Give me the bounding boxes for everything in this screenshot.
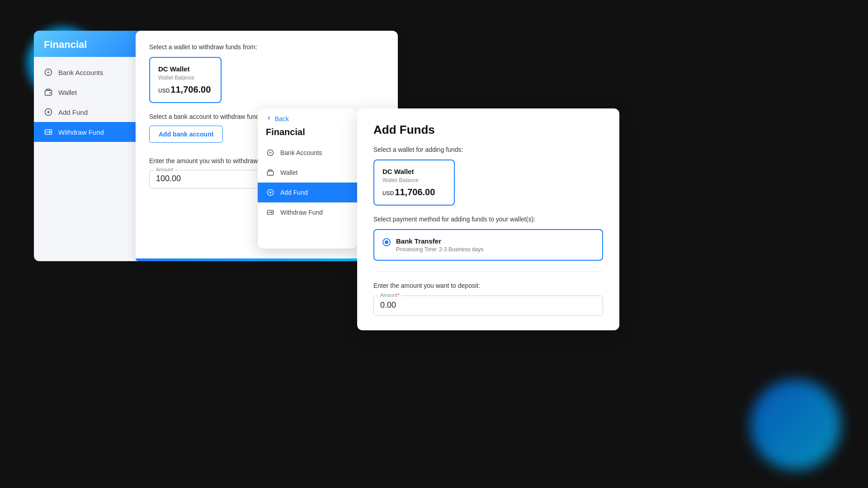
amount-field-label: Amount: [154, 167, 175, 172]
withdraw-wallet-balance: USD11,706.00: [158, 84, 212, 95]
payment-method-name: Bank Transfer: [396, 237, 483, 245]
add-bank-account-button[interactable]: Add bank account: [149, 126, 223, 143]
deposit-amount-label: Amount*: [378, 292, 401, 298]
overlay-nav-wallet-label: Wallet: [280, 169, 297, 176]
deposit-amount-field[interactable]: Amount* 0.00: [373, 296, 603, 316]
section-divider: [373, 272, 603, 272]
back-label: Back: [275, 115, 289, 122]
overlay-dollar-circle-icon: [266, 148, 275, 157]
add-funds-title: Add Funds: [373, 123, 603, 137]
svg-rect-18: [271, 212, 272, 213]
overlay-nav-add-fund[interactable]: Add Fund: [258, 183, 357, 202]
sidebar-item-label-wallet: Wallet: [58, 89, 77, 96]
withdraw-wallet-card[interactable]: DC Wallet Wallet Balance USD11,706.00: [149, 57, 222, 103]
svg-rect-9: [49, 131, 51, 133]
add-funds-wallet-balance-label: Wallet Balance: [382, 177, 446, 183]
back-arrow-icon: [266, 115, 272, 122]
overlay-nav-bank-accounts[interactable]: Bank Accounts: [258, 143, 357, 163]
add-funds-wallet-name: DC Wallet: [382, 168, 446, 175]
deposit-amount-value: 0.00: [380, 300, 596, 310]
add-funds-panel: Add Funds Select a wallet for adding fun…: [357, 108, 619, 330]
add-funds-balance-value: 11,706.00: [395, 187, 435, 197]
withdraw-wallet-balance-label: Wallet Balance: [158, 75, 212, 81]
radio-dot: [385, 240, 388, 244]
overlay-atm-icon: [266, 208, 275, 217]
withdraw-wallet-name: DC Wallet: [158, 65, 212, 73]
overlay-nav-add-fund-label: Add Fund: [280, 189, 308, 196]
overlay-nav-panel: Back Financial Bank Accounts Wallet Add …: [258, 108, 357, 249]
sidebar-item-label-add-fund: Add Fund: [58, 108, 88, 116]
bg-blob-bottom-right: [750, 380, 841, 470]
atm-icon: [44, 127, 53, 136]
plus-circle-icon: [44, 108, 53, 117]
add-funds-wallet-balance: USD11,706.00: [382, 187, 446, 197]
svg-rect-15: [267, 210, 273, 214]
overlay-nav-title: Financial: [258, 127, 357, 143]
payment-method-card[interactable]: Bank Transfer Processing Time: 2-3 Busin…: [373, 229, 603, 261]
required-marker: *: [397, 292, 399, 298]
overlay-nav-wallet[interactable]: Wallet: [258, 163, 357, 183]
overlay-nav-withdraw-label: Withdraw Fund: [280, 209, 323, 216]
bank-transfer-radio[interactable]: [382, 238, 391, 246]
overlay-plus-circle-icon: [266, 188, 275, 197]
payment-method-processing: Processing Time: 2-3 Business days: [396, 246, 483, 253]
sidebar-item-label-bank-accounts: Bank Accounts: [58, 69, 103, 76]
add-funds-wallet-label: Select a wallet for adding funds:: [373, 146, 603, 153]
overlay-nav-withdraw-fund[interactable]: Withdraw Fund: [258, 202, 357, 222]
sidebar-item-label-withdraw-fund: Withdraw Fund: [58, 128, 104, 136]
withdraw-wallet-balance-value: 11,706.00: [170, 84, 211, 94]
overlay-wallet-icon: [266, 168, 275, 177]
overlay-nav-bank-label: Bank Accounts: [280, 149, 322, 156]
add-funds-currency: USD: [382, 190, 394, 197]
wallet-section-label: Select a wallet to withdraw funds from:: [149, 43, 384, 51]
wallet-icon: [44, 88, 53, 97]
add-funds-wallet-card[interactable]: DC Wallet Wallet Balance USD11,706.00: [373, 160, 455, 206]
svg-rect-11: [267, 171, 273, 175]
deposit-section-label: Enter the amount you want to deposit:: [373, 282, 603, 289]
payment-section-label: Select payment method for adding funds t…: [373, 216, 603, 223]
withdraw-wallet-currency: USD: [158, 88, 170, 94]
svg-point-2: [50, 93, 51, 94]
dollar-circle-icon: [44, 68, 53, 77]
back-button[interactable]: Back: [258, 108, 357, 127]
payment-method-info: Bank Transfer Processing Time: 2-3 Busin…: [396, 237, 483, 253]
